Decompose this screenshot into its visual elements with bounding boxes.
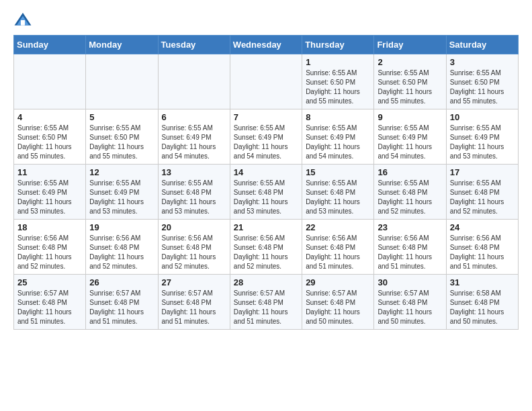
- weekday-header: Tuesday: [158, 36, 230, 54]
- calendar-cell: 18Sunrise: 6:56 AMSunset: 6:48 PMDayligh…: [14, 220, 86, 275]
- weekday-header: Monday: [86, 36, 158, 54]
- logo-icon: [13, 11, 32, 30]
- day-number: 12: [89, 167, 154, 177]
- calendar-cell: 13Sunrise: 6:55 AMSunset: 6:48 PMDayligh…: [158, 165, 230, 220]
- calendar-cell: 25Sunrise: 6:57 AMSunset: 6:48 PMDayligh…: [14, 275, 86, 330]
- day-info: Sunrise: 6:56 AMSunset: 6:48 PMDaylight:…: [306, 234, 370, 271]
- calendar-cell: 19Sunrise: 6:56 AMSunset: 6:48 PMDayligh…: [86, 220, 158, 275]
- calendar-cell: 24Sunrise: 6:56 AMSunset: 6:48 PMDayligh…: [446, 220, 518, 275]
- day-info: Sunrise: 6:57 AMSunset: 6:48 PMDaylight:…: [17, 289, 82, 326]
- calendar-cell: 3Sunrise: 6:55 AMSunset: 6:50 PMDaylight…: [446, 54, 518, 109]
- calendar-cell: [158, 54, 230, 109]
- logo: [13, 11, 35, 30]
- day-info: Sunrise: 6:56 AMSunset: 6:48 PMDaylight:…: [378, 234, 442, 271]
- calendar-cell: 28Sunrise: 6:57 AMSunset: 6:48 PMDayligh…: [230, 275, 302, 330]
- day-info: Sunrise: 6:55 AMSunset: 6:50 PMDaylight:…: [306, 68, 370, 106]
- day-number: 20: [162, 222, 226, 232]
- day-number: 25: [17, 277, 82, 287]
- day-info: Sunrise: 6:55 AMSunset: 6:49 PMDaylight:…: [450, 124, 515, 161]
- day-number: 28: [234, 277, 298, 287]
- calendar-cell: 8Sunrise: 6:55 AMSunset: 6:49 PMDaylight…: [302, 109, 374, 165]
- day-info: Sunrise: 6:58 AMSunset: 6:48 PMDaylight:…: [450, 289, 515, 326]
- calendar-table: SundayMondayTuesdayWednesdayThursdayFrid…: [13, 35, 519, 330]
- day-number: 13: [162, 167, 226, 177]
- day-number: 18: [17, 222, 82, 232]
- day-number: 29: [306, 277, 370, 287]
- day-info: Sunrise: 6:55 AMSunset: 6:48 PMDaylight:…: [450, 179, 515, 216]
- calendar-cell: 2Sunrise: 6:55 AMSunset: 6:50 PMDaylight…: [374, 54, 446, 109]
- day-info: Sunrise: 6:55 AMSunset: 6:48 PMDaylight:…: [234, 179, 298, 216]
- day-info: Sunrise: 6:55 AMSunset: 6:48 PMDaylight:…: [306, 179, 370, 216]
- calendar-week-row: 11Sunrise: 6:55 AMSunset: 6:49 PMDayligh…: [14, 165, 519, 220]
- calendar-cell: 21Sunrise: 6:56 AMSunset: 6:48 PMDayligh…: [230, 220, 302, 275]
- calendar-cell: 6Sunrise: 6:55 AMSunset: 6:49 PMDaylight…: [158, 109, 230, 165]
- calendar-week-row: 1Sunrise: 6:55 AMSunset: 6:50 PMDaylight…: [14, 54, 519, 109]
- day-number: 4: [17, 112, 82, 122]
- calendar-cell: 30Sunrise: 6:57 AMSunset: 6:48 PMDayligh…: [374, 275, 446, 330]
- day-number: 27: [162, 277, 226, 287]
- svg-rect-2: [21, 20, 25, 26]
- page: SundayMondayTuesdayWednesdayThursdayFrid…: [0, 0, 532, 411]
- calendar-cell: 1Sunrise: 6:55 AMSunset: 6:50 PMDaylight…: [302, 54, 374, 109]
- day-info: Sunrise: 6:55 AMSunset: 6:49 PMDaylight:…: [162, 124, 226, 161]
- day-info: Sunrise: 6:55 AMSunset: 6:49 PMDaylight:…: [378, 124, 442, 161]
- day-number: 11: [17, 167, 82, 177]
- calendar-cell: 20Sunrise: 6:56 AMSunset: 6:48 PMDayligh…: [158, 220, 230, 275]
- day-number: 8: [306, 112, 370, 122]
- day-info: Sunrise: 6:55 AMSunset: 6:50 PMDaylight:…: [89, 124, 154, 161]
- day-info: Sunrise: 6:56 AMSunset: 6:48 PMDaylight:…: [17, 234, 82, 271]
- day-number: 5: [89, 112, 154, 122]
- calendar-week-row: 25Sunrise: 6:57 AMSunset: 6:48 PMDayligh…: [14, 275, 519, 330]
- day-info: Sunrise: 6:55 AMSunset: 6:49 PMDaylight:…: [306, 124, 370, 161]
- day-number: 7: [234, 112, 298, 122]
- calendar-cell: [14, 54, 86, 109]
- weekday-header: Thursday: [302, 36, 374, 54]
- calendar-cell: 17Sunrise: 6:55 AMSunset: 6:48 PMDayligh…: [446, 165, 518, 220]
- day-info: Sunrise: 6:55 AMSunset: 6:49 PMDaylight:…: [89, 179, 154, 216]
- day-info: Sunrise: 6:56 AMSunset: 6:48 PMDaylight:…: [162, 234, 226, 271]
- day-number: 24: [450, 222, 515, 232]
- calendar-week-row: 4Sunrise: 6:55 AMSunset: 6:50 PMDaylight…: [14, 109, 519, 165]
- day-info: Sunrise: 6:56 AMSunset: 6:48 PMDaylight:…: [450, 234, 515, 271]
- calendar-cell: 23Sunrise: 6:56 AMSunset: 6:48 PMDayligh…: [374, 220, 446, 275]
- day-info: Sunrise: 6:55 AMSunset: 6:49 PMDaylight:…: [234, 124, 298, 161]
- day-number: 26: [89, 277, 154, 287]
- calendar-cell: 16Sunrise: 6:55 AMSunset: 6:48 PMDayligh…: [374, 165, 446, 220]
- calendar-cell: 31Sunrise: 6:58 AMSunset: 6:48 PMDayligh…: [446, 275, 518, 330]
- day-info: Sunrise: 6:55 AMSunset: 6:48 PMDaylight:…: [378, 179, 442, 216]
- calendar-cell: 11Sunrise: 6:55 AMSunset: 6:49 PMDayligh…: [14, 165, 86, 220]
- day-number: 9: [378, 112, 442, 122]
- day-number: 22: [306, 222, 370, 232]
- calendar-cell: [86, 54, 158, 109]
- day-info: Sunrise: 6:55 AMSunset: 6:50 PMDaylight:…: [450, 68, 515, 106]
- day-number: 1: [306, 57, 370, 67]
- header: [13, 11, 519, 30]
- day-info: Sunrise: 6:55 AMSunset: 6:48 PMDaylight:…: [162, 179, 226, 216]
- calendar-cell: 9Sunrise: 6:55 AMSunset: 6:49 PMDaylight…: [374, 109, 446, 165]
- day-number: 6: [162, 112, 226, 122]
- day-info: Sunrise: 6:56 AMSunset: 6:48 PMDaylight:…: [234, 234, 298, 271]
- calendar-cell: 4Sunrise: 6:55 AMSunset: 6:50 PMDaylight…: [14, 109, 86, 165]
- day-info: Sunrise: 6:57 AMSunset: 6:48 PMDaylight:…: [378, 289, 442, 326]
- weekday-header: Sunday: [14, 36, 86, 54]
- calendar-cell: 29Sunrise: 6:57 AMSunset: 6:48 PMDayligh…: [302, 275, 374, 330]
- day-info: Sunrise: 6:55 AMSunset: 6:50 PMDaylight:…: [378, 68, 442, 106]
- day-info: Sunrise: 6:57 AMSunset: 6:48 PMDaylight:…: [306, 289, 370, 326]
- calendar-cell: 15Sunrise: 6:55 AMSunset: 6:48 PMDayligh…: [302, 165, 374, 220]
- day-info: Sunrise: 6:57 AMSunset: 6:48 PMDaylight:…: [89, 289, 154, 326]
- calendar-cell: 26Sunrise: 6:57 AMSunset: 6:48 PMDayligh…: [86, 275, 158, 330]
- day-number: 30: [378, 277, 442, 287]
- day-number: 14: [234, 167, 298, 177]
- day-info: Sunrise: 6:55 AMSunset: 6:50 PMDaylight:…: [17, 124, 82, 161]
- calendar-header-row: SundayMondayTuesdayWednesdayThursdayFrid…: [14, 36, 519, 54]
- calendar-cell: 14Sunrise: 6:55 AMSunset: 6:48 PMDayligh…: [230, 165, 302, 220]
- calendar-cell: 5Sunrise: 6:55 AMSunset: 6:50 PMDaylight…: [86, 109, 158, 165]
- calendar-cell: 7Sunrise: 6:55 AMSunset: 6:49 PMDaylight…: [230, 109, 302, 165]
- day-info: Sunrise: 6:57 AMSunset: 6:48 PMDaylight:…: [234, 289, 298, 326]
- day-info: Sunrise: 6:57 AMSunset: 6:48 PMDaylight:…: [162, 289, 226, 326]
- day-info: Sunrise: 6:55 AMSunset: 6:49 PMDaylight:…: [17, 179, 82, 216]
- calendar-cell: 27Sunrise: 6:57 AMSunset: 6:48 PMDayligh…: [158, 275, 230, 330]
- calendar-week-row: 18Sunrise: 6:56 AMSunset: 6:48 PMDayligh…: [14, 220, 519, 275]
- day-number: 19: [89, 222, 154, 232]
- weekday-header: Friday: [374, 36, 446, 54]
